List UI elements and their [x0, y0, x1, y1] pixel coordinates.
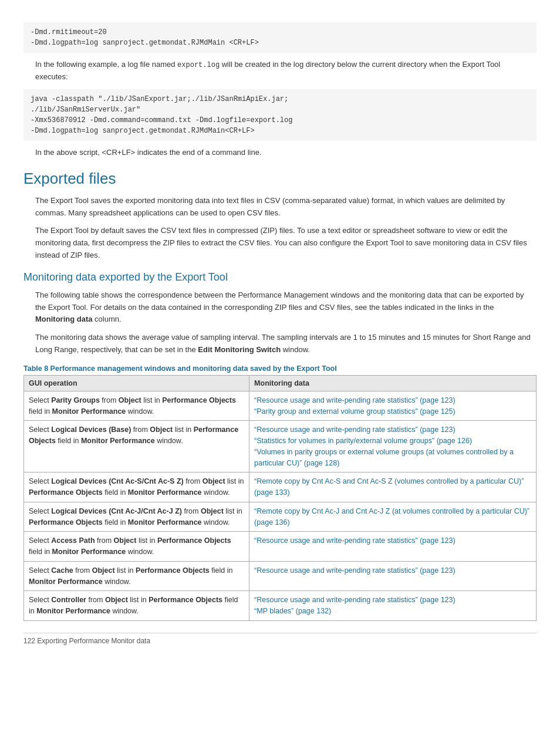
monitoring-data-cnt-acj: “Remote copy by Cnt Ac-J and Cnt Ac-J Z …	[249, 502, 537, 532]
monitoring-data-controller: “Resource usage and write-pending rate s…	[249, 591, 537, 621]
gui-op-controller: Select Controller from Object list in Pe…	[24, 591, 249, 621]
table-row: Select Logical Devices (Cnt Ac-J/Cnt Ac-…	[24, 502, 537, 532]
top-code-block: -Dmd.rmitimeout=20 -Dmd.logpath=log sanp…	[23, 22, 537, 53]
gui-op-logical-devices-base: Select Logical Devices (Base) from Objec…	[24, 421, 249, 472]
example-code-block: java -classpath "./lib/JSanExport.jar;./…	[23, 89, 537, 141]
subsection-para2: The monitoring data shows the average va…	[23, 332, 537, 356]
link-resource-usage-123e[interactable]: “Resource usage and write-pending rate s…	[254, 596, 456, 604]
link-parity-group-125[interactable]: “Parity group and external volume group …	[254, 407, 456, 416]
link-volumes-parity-128[interactable]: “Volumes in parity groups or external vo…	[254, 448, 514, 467]
bold-monitoring-data: Monitoring data	[35, 315, 93, 323]
gui-op-logical-devices-cnt-acs: Select Logical Devices (Cnt Ac-S/Cnt Ac-…	[24, 472, 249, 502]
monitoring-data-logical-devices-base: “Resource usage and write-pending rate s…	[249, 421, 537, 472]
link-statistics-volumes-126[interactable]: “Statistics for volumes in parity/extern…	[254, 437, 472, 445]
table-row: Select Logical Devices (Cnt Ac-S/Cnt Ac-…	[24, 472, 537, 502]
exported-files-para1: The Export Tool saves the exported monit…	[23, 195, 537, 220]
col-header-monitoring-data: Monitoring data	[249, 375, 537, 391]
subsection-para1: The following table shows the correspond…	[23, 289, 537, 326]
link-resource-usage-123d[interactable]: “Resource usage and write-pending rate s…	[254, 566, 456, 575]
link-resource-usage-123[interactable]: “Resource usage and write-pending rate s…	[254, 396, 456, 404]
link-remote-copy-acs-133[interactable]: “Remote copy by Cnt Ac-S and Cnt Ac-S Z …	[254, 477, 524, 497]
table-row: Select Access Path from Object list in P…	[24, 532, 537, 562]
gui-op-access-path: Select Access Path from Object list in P…	[24, 532, 249, 562]
table-row: Select Cache from Object list in Perform…	[24, 561, 537, 591]
inline-code-export-log: export.log	[177, 61, 220, 69]
link-resource-usage-123b[interactable]: “Resource usage and write-pending rate s…	[254, 426, 456, 434]
link-mp-blades-132[interactable]: “MP blades” (page 132)	[254, 607, 331, 615]
gui-op-logical-devices-cnt-acj: Select Logical Devices (Cnt Ac-J/Cnt Ac-…	[24, 502, 249, 532]
monitoring-data-access-path: “Resource usage and write-pending rate s…	[249, 532, 537, 562]
table-row: Select Parity Groups from Object list in…	[24, 391, 537, 421]
col-header-gui-op: GUI operation	[24, 375, 249, 391]
subsection-heading-monitoring-data: Monitoring data exported by the Export T…	[23, 271, 537, 283]
table-row: Select Logical Devices (Base) from Objec…	[24, 421, 537, 472]
page-footer: 122 Exporting Performance Monitor data	[23, 633, 537, 645]
bold-edit-monitoring-switch: Edit Monitoring Switch	[198, 345, 281, 354]
exported-files-para2: The Export Tool by default saves the CSV…	[23, 225, 537, 261]
monitoring-data-cnt-acs: “Remote copy by Cnt Ac-S and Cnt Ac-S Z …	[249, 472, 537, 502]
link-remote-copy-acj-136[interactable]: “Remote copy by Cnt Ac-J and Cnt Ac-J Z …	[254, 507, 529, 526]
intro-paragraph: In the following example, a log file nam…	[23, 59, 537, 83]
monitoring-data-parity-groups: “Resource usage and write-pending rate s…	[249, 391, 537, 421]
table-row: Select Controller from Object list in Pe…	[24, 591, 537, 621]
monitoring-data-cache: “Resource usage and write-pending rate s…	[249, 561, 537, 591]
gui-op-cache: Select Cache from Object list in Perform…	[24, 561, 249, 591]
cr-lf-note: In the above script, <CR+LF> indicates t…	[23, 147, 537, 159]
performance-management-table: GUI operation Monitoring data Select Par…	[23, 375, 537, 621]
gui-op-parity-groups: Select Parity Groups from Object list in…	[24, 391, 249, 421]
section-heading-exported-files: Exported files	[23, 170, 537, 188]
table-caption: Table 8 Performance management windows a…	[23, 364, 537, 373]
link-resource-usage-123c[interactable]: “Resource usage and write-pending rate s…	[254, 536, 456, 545]
